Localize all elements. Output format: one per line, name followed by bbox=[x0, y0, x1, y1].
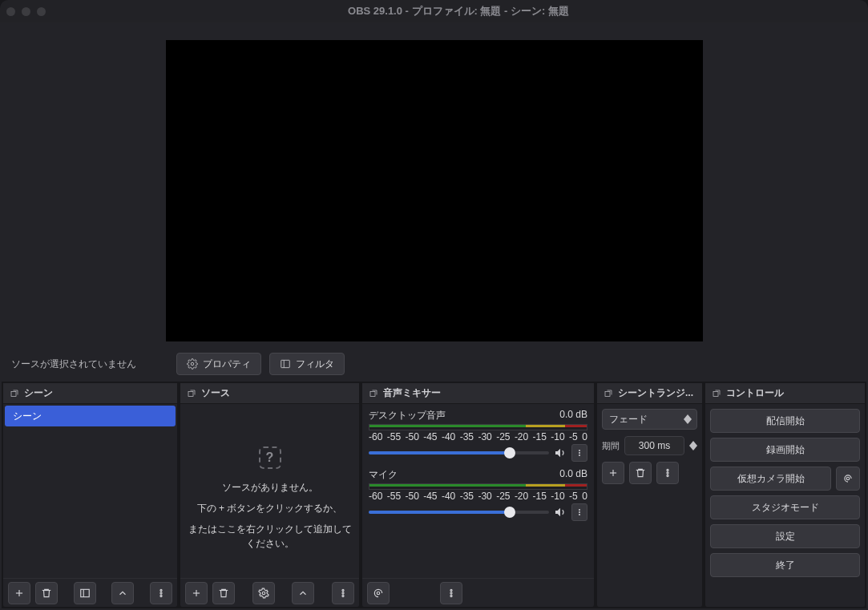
filters-icon bbox=[280, 358, 291, 370]
remove-source-button[interactable] bbox=[212, 582, 235, 604]
scene-filter-button[interactable] bbox=[74, 582, 96, 604]
svg-point-33 bbox=[667, 472, 668, 474]
settings-button[interactable]: 設定 bbox=[710, 524, 860, 548]
scene-more-button[interactable] bbox=[150, 582, 172, 604]
svg-rect-18 bbox=[370, 391, 375, 396]
scenes-list[interactable]: シーン bbox=[3, 404, 177, 578]
no-source-label: ソースが選択されていません bbox=[11, 358, 136, 371]
duration-input[interactable]: 300 ms bbox=[624, 436, 684, 455]
scene-up-button[interactable] bbox=[111, 582, 134, 604]
svg-point-15 bbox=[342, 589, 344, 591]
virtual-camera-settings-button[interactable] bbox=[836, 467, 860, 491]
stepper-icon[interactable] bbox=[689, 441, 697, 450]
transition-select[interactable]: フェード bbox=[602, 409, 697, 430]
source-properties-button[interactable] bbox=[252, 582, 275, 604]
controls-header[interactable]: コントロール bbox=[705, 383, 865, 404]
start-streaming-button[interactable]: 配信開始 bbox=[710, 409, 860, 433]
svg-point-9 bbox=[160, 592, 162, 593]
volume-slider[interactable] bbox=[369, 451, 549, 454]
close-window-button[interactable] bbox=[6, 7, 15, 16]
stepper-icon bbox=[682, 414, 693, 424]
popout-icon bbox=[187, 389, 196, 398]
properties-button[interactable]: プロパティ bbox=[176, 353, 261, 375]
volume-slider[interactable] bbox=[369, 511, 549, 514]
scenes-dock: シーン シーン bbox=[3, 383, 177, 607]
gear-icon bbox=[187, 358, 198, 370]
mixer-footer bbox=[362, 578, 594, 607]
preview-area bbox=[2, 24, 866, 348]
main-content: ソースが選択されていません プロパティ フィルタ シーン シーン bbox=[0, 22, 868, 610]
svg-point-8 bbox=[160, 589, 162, 591]
scene-item[interactable]: シーン bbox=[5, 406, 176, 426]
channel-menu-button[interactable] bbox=[571, 503, 587, 521]
svg-point-24 bbox=[579, 514, 580, 515]
scenes-header[interactable]: シーン bbox=[3, 383, 177, 404]
source-toolbar: ソースが選択されていません プロパティ フィルタ bbox=[2, 346, 866, 382]
sources-footer bbox=[180, 578, 359, 607]
transitions-header[interactable]: シーントランジ... bbox=[597, 383, 702, 404]
popout-icon bbox=[369, 389, 378, 398]
studio-mode-button[interactable]: スタジオモード bbox=[710, 495, 860, 519]
speaker-icon[interactable] bbox=[554, 506, 567, 519]
popout-icon bbox=[10, 389, 19, 398]
zoom-window-button[interactable] bbox=[37, 7, 46, 16]
meter-ticks: -60-55-50-45-40-35-30-25-20-15-10-50 bbox=[369, 491, 587, 502]
popout-icon bbox=[604, 389, 613, 398]
channel-menu-button[interactable] bbox=[571, 444, 587, 462]
remove-scene-button[interactable] bbox=[35, 582, 58, 604]
svg-rect-35 bbox=[713, 391, 718, 396]
minimize-window-button[interactable] bbox=[22, 7, 30, 16]
add-scene-button[interactable] bbox=[8, 582, 30, 604]
svg-point-0 bbox=[191, 362, 194, 366]
mixer-channel-desktop: デスクトップ音声 0.0 dB -60-55-50-45-40-35-30-25… bbox=[362, 404, 594, 463]
sources-list[interactable]: ? ソースがありません。 下の + ボタンをクリックするか、 またはここを右クリ… bbox=[180, 404, 359, 578]
filters-button[interactable]: フィルタ bbox=[269, 353, 345, 375]
svg-point-22 bbox=[579, 509, 580, 511]
speaker-icon[interactable] bbox=[554, 446, 567, 459]
controls-body: 配信開始 録画開始 仮想カメラ開始 スタジオモード 設定 終了 bbox=[705, 404, 865, 582]
source-up-button[interactable] bbox=[292, 582, 314, 604]
docks: シーン シーン ソース bbox=[2, 382, 866, 608]
transitions-body: フェード 期間 300 ms bbox=[597, 404, 702, 489]
duration-label: 期間 bbox=[602, 440, 620, 452]
svg-rect-6 bbox=[80, 589, 89, 596]
svg-point-23 bbox=[579, 511, 580, 513]
mixer-settings-button[interactable] bbox=[367, 582, 390, 604]
preview-canvas[interactable] bbox=[166, 40, 703, 341]
virtual-camera-button[interactable]: 仮想カメラ開始 bbox=[710, 467, 831, 491]
question-icon: ? bbox=[259, 446, 281, 469]
remove-transition-button[interactable] bbox=[629, 462, 652, 484]
svg-rect-29 bbox=[605, 391, 610, 396]
mixer-body: デスクトップ音声 0.0 dB -60-55-50-45-40-35-30-25… bbox=[362, 404, 594, 578]
svg-point-16 bbox=[342, 592, 344, 593]
channel-name: デスクトップ音声 bbox=[369, 409, 446, 422]
sources-header[interactable]: ソース bbox=[180, 383, 359, 404]
exit-button[interactable]: 終了 bbox=[710, 553, 860, 577]
svg-point-26 bbox=[450, 589, 452, 591]
transition-more-button[interactable] bbox=[656, 462, 679, 484]
transitions-dock: シーントランジ... フェード 期間 300 ms bbox=[597, 383, 702, 607]
add-transition-button[interactable] bbox=[602, 462, 624, 484]
svg-point-14 bbox=[262, 592, 265, 595]
sources-empty: ? ソースがありません。 下の + ボタンをクリックするか、 またはここを右クリ… bbox=[180, 404, 359, 578]
mixer-header[interactable]: 音声ミキサー bbox=[362, 383, 594, 404]
add-source-button[interactable] bbox=[185, 582, 208, 604]
svg-rect-3 bbox=[11, 391, 16, 396]
window-controls bbox=[6, 7, 46, 16]
channel-name: マイク bbox=[369, 468, 398, 482]
meter-ticks: -60-55-50-45-40-35-30-25-20-15-10-50 bbox=[369, 431, 587, 442]
mixer-dock: 音声ミキサー デスクトップ音声 0.0 dB -60-55-50-45-40-3… bbox=[362, 383, 594, 607]
mixer-channel-mic: マイク 0.0 dB -60-55-50-45-40-35-30-25-20-1… bbox=[362, 463, 594, 523]
mixer-more-button[interactable] bbox=[440, 582, 462, 604]
start-recording-button[interactable]: 録画開始 bbox=[710, 438, 860, 462]
sources-dock: ソース ? ソースがありません。 下の + ボタンをクリックするか、 またはここ… bbox=[180, 383, 359, 607]
window-title: OBS 29.1.0 - プロファイル: 無題 - シーン: 無題 bbox=[55, 4, 862, 18]
svg-point-20 bbox=[579, 452, 580, 454]
scenes-footer bbox=[3, 578, 177, 607]
svg-point-32 bbox=[667, 469, 668, 471]
svg-point-19 bbox=[579, 450, 580, 451]
source-more-button[interactable] bbox=[332, 582, 354, 604]
popout-icon bbox=[712, 389, 721, 398]
level-meter bbox=[369, 424, 587, 430]
svg-point-21 bbox=[579, 454, 580, 456]
